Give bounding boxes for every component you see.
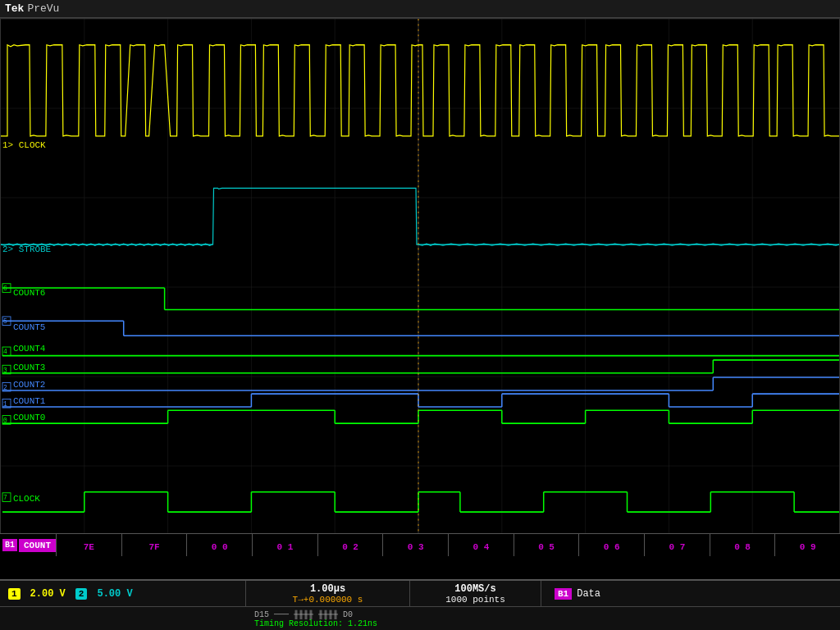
svg-text:COUNT4: COUNT4 <box>13 344 46 354</box>
svg-text:COUNT0: COUNT0 <box>13 413 46 422</box>
ch2-voltage: 5.00 V <box>97 588 132 600</box>
svg-text:2: 2 <box>3 384 7 391</box>
svg-text:5: 5 <box>3 317 7 325</box>
bus-cell-0: 7E <box>56 534 121 556</box>
bus-mode-label: Data <box>577 588 600 600</box>
bus-cell-6: 0 4 <box>448 534 514 556</box>
brand-logo: Tek <box>5 2 24 15</box>
ch1-voltage: 2.00 V <box>30 588 66 600</box>
scope-display: www.tehencom.com <box>0 18 840 556</box>
channel-labels: D15 ─── ╫╫╫╫ ╫╫╫╫ D0 <box>254 610 377 619</box>
svg-text:COUNT6: COUNT6 <box>13 287 46 297</box>
bus-mode-panel: B1 Data <box>541 581 614 606</box>
svg-text:1: 1 <box>3 400 7 408</box>
trigger-time: T→+0.000000 s <box>293 595 363 605</box>
channel-map-panel: D15 ─── ╫╫╫╫ ╫╫╫╫ D0 Timing Resolution: … <box>254 610 377 628</box>
bus-label: COUNT <box>19 539 56 552</box>
sample-rate: 100MS/s <box>454 583 495 595</box>
svg-text:7: 7 <box>3 494 7 501</box>
status-bar: 1 2.00 V 2 5.00 V 1.00μs T→+0.000000 s 1… <box>0 579 840 630</box>
bus-cell-4: 0 2 <box>317 534 383 556</box>
bus-cell-8: 0 6 <box>578 534 644 556</box>
bottom-row: D15 ─── ╫╫╫╫ ╫╫╫╫ D0 Timing Resolution: … <box>0 607 840 630</box>
svg-text:2> STROBE: 2> STROBE <box>2 244 51 253</box>
app-title: PreVu <box>27 2 59 15</box>
timing-res: Timing Resolution: 1.21ns <box>254 619 377 628</box>
bus-cell-9: 0 7 <box>644 534 710 556</box>
bus-cell-7: 0 5 <box>514 534 579 556</box>
timebase-panel: 1.00μs T→+0.000000 s <box>246 581 410 606</box>
bus-cell-2: 0 0 <box>186 534 252 556</box>
svg-text:COUNT5: COUNT5 <box>13 322 46 332</box>
bus-cell-10: 0 8 <box>710 534 775 556</box>
ch2-badge: 2 <box>75 588 88 600</box>
svg-text:3: 3 <box>3 367 7 374</box>
svg-text:6: 6 <box>3 285 7 292</box>
timebase-value: 1.00μs <box>310 583 345 595</box>
header-bar: Tek PreVu <box>0 0 840 18</box>
bus-indicator: B1 <box>2 539 17 551</box>
svg-text:0: 0 <box>3 417 7 424</box>
svg-text:1> CLOCK: 1> CLOCK <box>2 139 46 149</box>
record-length: 1000 points <box>445 595 505 605</box>
svg-text:COUNT3: COUNT3 <box>13 362 46 372</box>
count-bus-row: B1 COUNT 7E 7F 0 0 0 1 0 2 0 3 0 4 0 5 0… <box>0 533 840 556</box>
sample-rate-panel: 100MS/s 1000 points <box>410 581 541 606</box>
svg-text:4: 4 <box>3 348 7 355</box>
bus-cell-5: 0 3 <box>382 534 448 556</box>
waveform-display: 1> CLOCK 2> STROBE COUNT6 6 COUNT5 5 COU… <box>1 19 839 555</box>
svg-text:CLOCK: CLOCK <box>13 494 40 504</box>
bus-mode-badge: B1 <box>555 588 572 600</box>
bus-cell-11: 0 9 <box>774 534 840 556</box>
bus-cell-3: 0 1 <box>252 534 317 556</box>
channel-info-panel: 1 2.00 V 2 5.00 V <box>0 581 246 606</box>
bus-cell-1: 7F <box>121 534 187 556</box>
svg-text:COUNT2: COUNT2 <box>13 379 45 389</box>
ch1-badge: 1 <box>8 588 21 600</box>
svg-text:COUNT1: COUNT1 <box>13 396 46 406</box>
